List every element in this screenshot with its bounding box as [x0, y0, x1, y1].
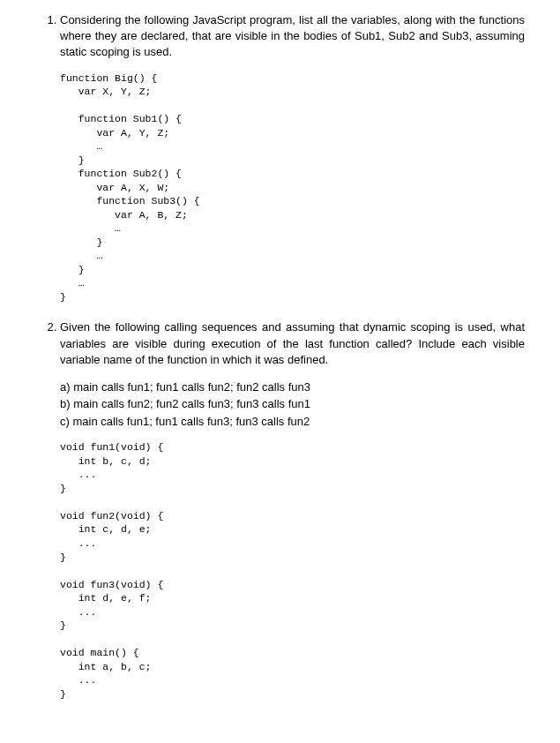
question-2-subitems: a) main calls fun1; fun1 calls fun2; fun…: [60, 379, 525, 431]
question-2-item-a: a) main calls fun1; fun1 calls fun2; fun…: [60, 379, 525, 396]
question-2-item-b: b) main calls fun2; fun2 calls fun3; fun…: [60, 395, 525, 413]
question-2-code: void fun1(void) { int b, c, d; ... } voi…: [60, 440, 525, 701]
question-1: Considering the following JavaScript pro…: [60, 12, 525, 304]
question-2: Given the following calling sequences an…: [60, 319, 525, 701]
question-2-text: Given the following calling sequences an…: [60, 319, 525, 368]
question-2-item-c: c) main calls fun1; fun1 calls fun3; fun…: [60, 413, 525, 431]
question-1-code: function Big() { var X, Y, Z; function S…: [60, 71, 525, 304]
question-1-text: Considering the following JavaScript pro…: [60, 12, 525, 61]
